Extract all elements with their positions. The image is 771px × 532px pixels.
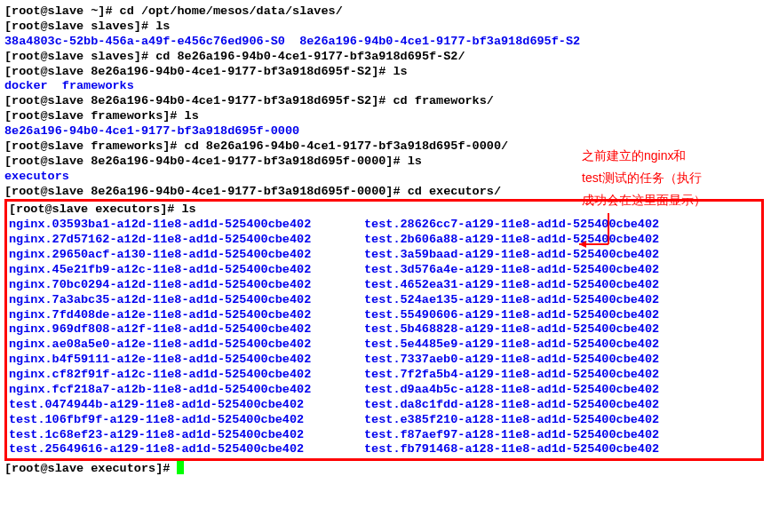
- terminal-line: [root@slave ~]# cd /opt/home/mesos/data/…: [4, 4, 767, 20]
- file-name: nginx.cf82f91f-a12c-11e8-ad1d-525400cbe4…: [9, 368, 364, 383]
- file-name: test.da8c1fdd-a128-11e8-ad1d-525400cbe40…: [364, 398, 659, 413]
- file-name: nginx.27d57162-a12d-11e8-ad1d-525400cbe4…: [9, 233, 364, 248]
- terminal-line: [root@slave frameworks]# ls: [4, 109, 767, 124]
- dir-name: frameworks: [62, 79, 134, 92]
- terminal-line: 38a4803c-52bb-456a-a49f-e456c76ed906-S0 …: [4, 35, 767, 50]
- file-name: test.1c68ef23-a129-11e8-ad1d-525400cbe40…: [9, 428, 364, 443]
- terminal-line: docker frameworks: [4, 79, 767, 94]
- file-name: test.524ae135-a129-11e8-ad1d-525400cbe40…: [364, 293, 659, 308]
- cursor: [177, 461, 184, 474]
- terminal-prompt[interactable]: [root@slave executors]#: [4, 461, 767, 477]
- terminal-line: [root@slave slaves]# ls: [4, 20, 767, 35]
- file-name: test.0474944b-a129-11e8-ad1d-525400cbe40…: [9, 398, 364, 413]
- file-name: nginx.70bc0294-a12d-11e8-ad1d-525400cbe4…: [9, 278, 364, 293]
- terminal-line: [root@slave slaves]# cd 8e26a196-94b0-4c…: [4, 50, 767, 65]
- file-name: nginx.fcf218a7-a12b-11e8-ad1d-525400cbe4…: [9, 383, 364, 398]
- file-name: test.f87aef97-a128-11e8-ad1d-525400cbe40…: [364, 428, 659, 443]
- terminal-line: [root@slave 8e26a196-94b0-4ce1-9177-bf3a…: [4, 94, 767, 109]
- file-name: test.7f2fa5b4-a129-11e8-ad1d-525400cbe40…: [364, 368, 659, 383]
- file-name: test.28626cc7-a129-11e8-ad1d-525400cbe40…: [364, 218, 659, 233]
- file-name: test.2b606a88-a129-11e8-ad1d-525400cbe40…: [364, 233, 659, 248]
- file-name: nginx.03593ba1-a12d-11e8-ad1d-525400cbe4…: [9, 218, 364, 233]
- annotation-text: 之前建立的nginx和 test测试的任务（执行 成功会在这里面显示）: [582, 145, 706, 212]
- dir-name: docker: [4, 79, 48, 92]
- file-name: test.7337aeb0-a129-11e8-ad1d-525400cbe40…: [364, 353, 659, 368]
- file-name: nginx.ae08a5e0-a12e-11e8-ad1d-525400cbe4…: [9, 337, 364, 353]
- file-name: test.55490606-a129-11e8-ad1d-525400cbe40…: [364, 308, 659, 323]
- file-name: test.25649616-a129-11e8-ad1d-525400cbe40…: [9, 442, 364, 457]
- dir-name: 8e26a196-94b0-4ce1-9177-bf3a918d695f-000…: [4, 124, 767, 139]
- annotation-arrow-icon: [577, 213, 613, 253]
- file-name: nginx.7fd408de-a12e-11e8-ad1d-525400cbe4…: [9, 308, 364, 323]
- file-name: test.fb791468-a128-11e8-ad1d-525400cbe40…: [364, 442, 659, 457]
- file-name: nginx.969df808-a12f-11e8-ad1d-525400cbe4…: [9, 322, 364, 337]
- dir-name: 8e26a196-94b0-4ce1-9177-bf3a918d695f-S2: [299, 35, 580, 48]
- file-name: nginx.7a3abc35-a12d-11e8-ad1d-525400cbe4…: [9, 293, 364, 308]
- highlight-box: [root@slave executors]# ls nginx.03593ba…: [4, 199, 764, 461]
- file-name: nginx.b4f59111-a12e-11e8-ad1d-525400cbe4…: [9, 353, 364, 368]
- dir-name: 38a4803c-52bb-456a-a49f-e456c76ed906-S0: [4, 35, 285, 48]
- file-name: test.106fbf9f-a129-11e8-ad1d-525400cbe40…: [9, 413, 364, 428]
- file-name: nginx.29650acf-a130-11e8-ad1d-525400cbe4…: [9, 248, 364, 263]
- file-name: nginx.45e21fb9-a12c-11e8-ad1d-525400cbe4…: [9, 263, 364, 278]
- svg-marker-2: [579, 241, 586, 248]
- prompt-text: [root@slave executors]#: [4, 462, 177, 475]
- file-name: test.5b468828-a129-11e8-ad1d-525400cbe40…: [364, 322, 659, 337]
- file-name: test.4652ea31-a129-11e8-ad1d-525400cbe40…: [364, 278, 659, 293]
- file-name: test.d9aa4b5c-a128-11e8-ad1d-525400cbe40…: [364, 383, 659, 398]
- file-name: test.3d576a4e-a129-11e8-ad1d-525400cbe40…: [364, 263, 659, 278]
- file-name: test.3a59baad-a129-11e8-ad1d-525400cbe40…: [364, 248, 659, 263]
- file-name: test.5e4485e9-a129-11e8-ad1d-525400cbe40…: [364, 337, 659, 353]
- file-name: test.e385f210-a128-11e8-ad1d-525400cbe40…: [364, 413, 659, 428]
- terminal-line: [root@slave 8e26a196-94b0-4ce1-9177-bf3a…: [4, 65, 767, 80]
